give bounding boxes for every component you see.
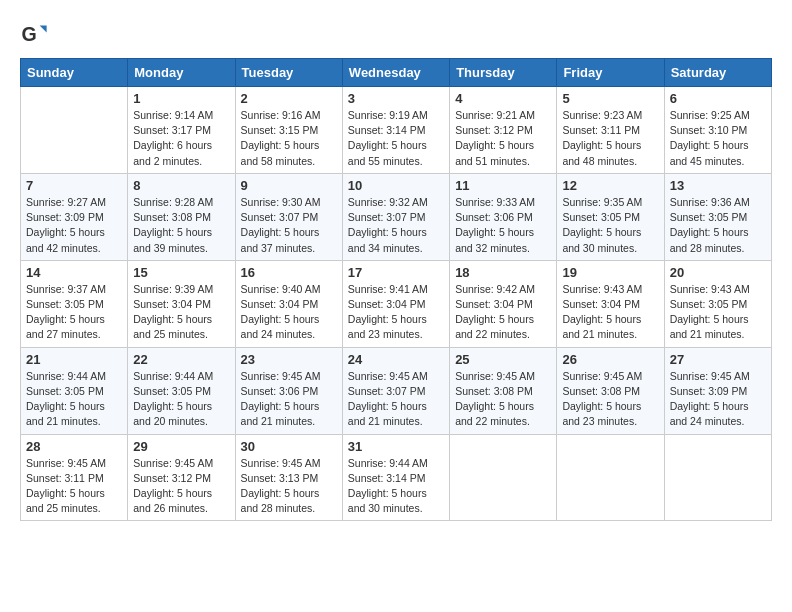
- calendar-cell: [21, 87, 128, 174]
- day-number: 7: [26, 178, 122, 193]
- calendar-cell: 19Sunrise: 9:43 AM Sunset: 3:04 PM Dayli…: [557, 260, 664, 347]
- day-number: 1: [133, 91, 229, 106]
- day-number: 18: [455, 265, 551, 280]
- day-info: Sunrise: 9:41 AM Sunset: 3:04 PM Dayligh…: [348, 282, 444, 343]
- calendar-cell: 5Sunrise: 9:23 AM Sunset: 3:11 PM Daylig…: [557, 87, 664, 174]
- day-number: 31: [348, 439, 444, 454]
- calendar-cell: 26Sunrise: 9:45 AM Sunset: 3:08 PM Dayli…: [557, 347, 664, 434]
- weekday-header-thursday: Thursday: [450, 59, 557, 87]
- calendar-week-4: 21Sunrise: 9:44 AM Sunset: 3:05 PM Dayli…: [21, 347, 772, 434]
- calendar-cell: 2Sunrise: 9:16 AM Sunset: 3:15 PM Daylig…: [235, 87, 342, 174]
- day-info: Sunrise: 9:21 AM Sunset: 3:12 PM Dayligh…: [455, 108, 551, 169]
- calendar-week-1: 1Sunrise: 9:14 AM Sunset: 3:17 PM Daylig…: [21, 87, 772, 174]
- day-number: 22: [133, 352, 229, 367]
- day-number: 29: [133, 439, 229, 454]
- day-number: 26: [562, 352, 658, 367]
- day-info: Sunrise: 9:44 AM Sunset: 3:14 PM Dayligh…: [348, 456, 444, 517]
- day-info: Sunrise: 9:19 AM Sunset: 3:14 PM Dayligh…: [348, 108, 444, 169]
- calendar-cell: 15Sunrise: 9:39 AM Sunset: 3:04 PM Dayli…: [128, 260, 235, 347]
- day-number: 23: [241, 352, 337, 367]
- calendar-cell: 25Sunrise: 9:45 AM Sunset: 3:08 PM Dayli…: [450, 347, 557, 434]
- day-info: Sunrise: 9:44 AM Sunset: 3:05 PM Dayligh…: [26, 369, 122, 430]
- calendar-cell: 18Sunrise: 9:42 AM Sunset: 3:04 PM Dayli…: [450, 260, 557, 347]
- day-number: 8: [133, 178, 229, 193]
- calendar-cell: 12Sunrise: 9:35 AM Sunset: 3:05 PM Dayli…: [557, 173, 664, 260]
- day-number: 3: [348, 91, 444, 106]
- day-info: Sunrise: 9:45 AM Sunset: 3:07 PM Dayligh…: [348, 369, 444, 430]
- day-number: 17: [348, 265, 444, 280]
- day-number: 28: [26, 439, 122, 454]
- day-info: Sunrise: 9:25 AM Sunset: 3:10 PM Dayligh…: [670, 108, 766, 169]
- calendar-cell: 27Sunrise: 9:45 AM Sunset: 3:09 PM Dayli…: [664, 347, 771, 434]
- day-number: 25: [455, 352, 551, 367]
- weekday-header-friday: Friday: [557, 59, 664, 87]
- calendar-cell: [450, 434, 557, 521]
- logo: G: [20, 20, 52, 48]
- day-number: 19: [562, 265, 658, 280]
- day-number: 13: [670, 178, 766, 193]
- day-number: 4: [455, 91, 551, 106]
- calendar-cell: [664, 434, 771, 521]
- calendar-cell: 20Sunrise: 9:43 AM Sunset: 3:05 PM Dayli…: [664, 260, 771, 347]
- day-info: Sunrise: 9:40 AM Sunset: 3:04 PM Dayligh…: [241, 282, 337, 343]
- day-info: Sunrise: 9:32 AM Sunset: 3:07 PM Dayligh…: [348, 195, 444, 256]
- day-number: 16: [241, 265, 337, 280]
- calendar-cell: 1Sunrise: 9:14 AM Sunset: 3:17 PM Daylig…: [128, 87, 235, 174]
- calendar-cell: 31Sunrise: 9:44 AM Sunset: 3:14 PM Dayli…: [342, 434, 449, 521]
- calendar-cell: 13Sunrise: 9:36 AM Sunset: 3:05 PM Dayli…: [664, 173, 771, 260]
- weekday-header-saturday: Saturday: [664, 59, 771, 87]
- weekday-header-wednesday: Wednesday: [342, 59, 449, 87]
- calendar-cell: 28Sunrise: 9:45 AM Sunset: 3:11 PM Dayli…: [21, 434, 128, 521]
- day-info: Sunrise: 9:45 AM Sunset: 3:13 PM Dayligh…: [241, 456, 337, 517]
- calendar-table: SundayMondayTuesdayWednesdayThursdayFrid…: [20, 58, 772, 521]
- calendar-week-2: 7Sunrise: 9:27 AM Sunset: 3:09 PM Daylig…: [21, 173, 772, 260]
- day-number: 30: [241, 439, 337, 454]
- day-info: Sunrise: 9:45 AM Sunset: 3:09 PM Dayligh…: [670, 369, 766, 430]
- day-info: Sunrise: 9:14 AM Sunset: 3:17 PM Dayligh…: [133, 108, 229, 169]
- day-number: 2: [241, 91, 337, 106]
- calendar-cell: 14Sunrise: 9:37 AM Sunset: 3:05 PM Dayli…: [21, 260, 128, 347]
- day-number: 12: [562, 178, 658, 193]
- page-header: G: [20, 20, 772, 48]
- day-info: Sunrise: 9:45 AM Sunset: 3:08 PM Dayligh…: [455, 369, 551, 430]
- day-info: Sunrise: 9:28 AM Sunset: 3:08 PM Dayligh…: [133, 195, 229, 256]
- day-info: Sunrise: 9:45 AM Sunset: 3:11 PM Dayligh…: [26, 456, 122, 517]
- day-info: Sunrise: 9:23 AM Sunset: 3:11 PM Dayligh…: [562, 108, 658, 169]
- day-info: Sunrise: 9:45 AM Sunset: 3:06 PM Dayligh…: [241, 369, 337, 430]
- calendar-cell: 29Sunrise: 9:45 AM Sunset: 3:12 PM Dayli…: [128, 434, 235, 521]
- weekday-header-row: SundayMondayTuesdayWednesdayThursdayFrid…: [21, 59, 772, 87]
- day-info: Sunrise: 9:33 AM Sunset: 3:06 PM Dayligh…: [455, 195, 551, 256]
- day-number: 27: [670, 352, 766, 367]
- day-number: 11: [455, 178, 551, 193]
- calendar-cell: 23Sunrise: 9:45 AM Sunset: 3:06 PM Dayli…: [235, 347, 342, 434]
- calendar-cell: 3Sunrise: 9:19 AM Sunset: 3:14 PM Daylig…: [342, 87, 449, 174]
- calendar-cell: 16Sunrise: 9:40 AM Sunset: 3:04 PM Dayli…: [235, 260, 342, 347]
- day-info: Sunrise: 9:36 AM Sunset: 3:05 PM Dayligh…: [670, 195, 766, 256]
- day-info: Sunrise: 9:42 AM Sunset: 3:04 PM Dayligh…: [455, 282, 551, 343]
- calendar-cell: 22Sunrise: 9:44 AM Sunset: 3:05 PM Dayli…: [128, 347, 235, 434]
- day-info: Sunrise: 9:30 AM Sunset: 3:07 PM Dayligh…: [241, 195, 337, 256]
- day-number: 14: [26, 265, 122, 280]
- day-number: 10: [348, 178, 444, 193]
- day-info: Sunrise: 9:16 AM Sunset: 3:15 PM Dayligh…: [241, 108, 337, 169]
- day-info: Sunrise: 9:45 AM Sunset: 3:08 PM Dayligh…: [562, 369, 658, 430]
- calendar-cell: 10Sunrise: 9:32 AM Sunset: 3:07 PM Dayli…: [342, 173, 449, 260]
- day-info: Sunrise: 9:37 AM Sunset: 3:05 PM Dayligh…: [26, 282, 122, 343]
- calendar-week-3: 14Sunrise: 9:37 AM Sunset: 3:05 PM Dayli…: [21, 260, 772, 347]
- day-number: 15: [133, 265, 229, 280]
- day-number: 9: [241, 178, 337, 193]
- weekday-header-sunday: Sunday: [21, 59, 128, 87]
- day-number: 6: [670, 91, 766, 106]
- calendar-cell: 11Sunrise: 9:33 AM Sunset: 3:06 PM Dayli…: [450, 173, 557, 260]
- day-number: 20: [670, 265, 766, 280]
- day-info: Sunrise: 9:43 AM Sunset: 3:04 PM Dayligh…: [562, 282, 658, 343]
- calendar-cell: 7Sunrise: 9:27 AM Sunset: 3:09 PM Daylig…: [21, 173, 128, 260]
- day-info: Sunrise: 9:39 AM Sunset: 3:04 PM Dayligh…: [133, 282, 229, 343]
- day-info: Sunrise: 9:35 AM Sunset: 3:05 PM Dayligh…: [562, 195, 658, 256]
- day-info: Sunrise: 9:43 AM Sunset: 3:05 PM Dayligh…: [670, 282, 766, 343]
- calendar-cell: 4Sunrise: 9:21 AM Sunset: 3:12 PM Daylig…: [450, 87, 557, 174]
- day-number: 24: [348, 352, 444, 367]
- calendar-cell: 24Sunrise: 9:45 AM Sunset: 3:07 PM Dayli…: [342, 347, 449, 434]
- calendar-week-5: 28Sunrise: 9:45 AM Sunset: 3:11 PM Dayli…: [21, 434, 772, 521]
- calendar-cell: 30Sunrise: 9:45 AM Sunset: 3:13 PM Dayli…: [235, 434, 342, 521]
